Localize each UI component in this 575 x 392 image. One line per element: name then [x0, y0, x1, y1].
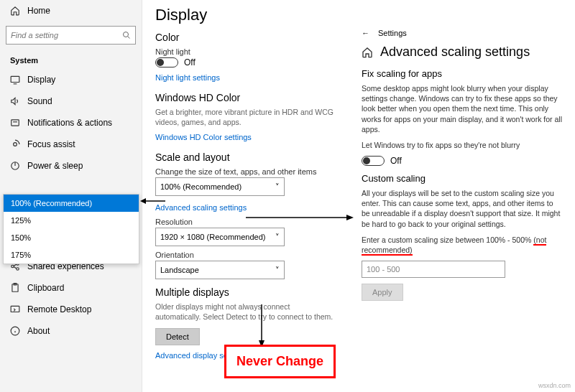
fix-apps-state: Off	[390, 156, 402, 166]
orientation-select[interactable]: Landscape ˅	[155, 261, 285, 279]
clipboard-icon	[10, 283, 20, 293]
detect-button[interactable]: Detect	[155, 328, 200, 345]
about-icon	[10, 326, 20, 336]
display-icon	[10, 75, 20, 85]
custom-scaling-label: Enter a custom scaling size between 100%…	[362, 235, 563, 255]
night-light-state: Off	[184, 57, 196, 67]
advanced-scaling-link[interactable]: Advanced scaling settings	[155, 203, 247, 212]
search-field[interactable]	[11, 31, 111, 39]
multiple-displays-desc: Older displays might not always connect …	[155, 302, 334, 322]
svg-line-14	[14, 267, 17, 269]
arrow-annotation-right	[246, 212, 354, 223]
multiple-displays-heading: Multiple displays	[155, 286, 334, 298]
svg-rect-5	[12, 120, 19, 126]
apply-button[interactable]: Apply	[362, 284, 403, 301]
svg-rect-2	[11, 76, 19, 82]
nav-remote-desktop[interactable]: Remote Desktop	[0, 299, 142, 320]
svg-marker-4	[12, 98, 15, 104]
never-change-annotation: Never Change	[224, 345, 336, 378]
svg-point-12	[17, 268, 19, 271]
search-icon	[122, 31, 131, 39]
scale-layout-heading: Scale and layout	[155, 151, 334, 163]
nav-display[interactable]: Display	[0, 69, 142, 90]
svg-line-1	[128, 37, 130, 39]
display-settings-panel: Display Color Night light Off Night ligh…	[142, 0, 344, 392]
scale-option-125[interactable]: 125%	[4, 212, 139, 229]
power-icon	[10, 161, 20, 171]
notifications-icon	[10, 118, 20, 128]
chevron-down-icon: ˅	[275, 266, 280, 275]
nav-home[interactable]: Home	[0, 0, 142, 22]
night-light-settings-link[interactable]: Night light settings	[155, 73, 220, 82]
section-system-label: System	[0, 49, 142, 69]
svg-point-10	[12, 265, 14, 268]
focus-icon	[10, 139, 20, 149]
svg-point-0	[124, 32, 129, 37]
fix-toggle-label: Let Windows try to fix apps so they're n…	[362, 140, 563, 150]
nav-clipboard[interactable]: Clipboard	[0, 277, 142, 299]
nav-focus-assist[interactable]: Focus assist	[0, 134, 142, 155]
custom-scaling-desc: All your displays will be set to the cus…	[362, 188, 563, 229]
search-input[interactable]	[6, 26, 136, 45]
home-icon	[10, 6, 20, 16]
fix-scaling-desc: Some desktop apps might look blurry when…	[362, 83, 563, 134]
sound-icon	[10, 96, 20, 106]
arrow-annotation-left	[140, 195, 165, 207]
fix-apps-toggle[interactable]	[362, 156, 385, 166]
scale-select[interactable]: 100% (Recommended) ˅	[155, 177, 285, 196]
home-label: Home	[27, 6, 50, 16]
hd-color-settings-link[interactable]: Windows HD Color settings	[155, 133, 252, 141]
custom-scaling-heading: Custom scaling	[362, 173, 563, 184]
advanced-scaling-title: Advanced scaling settings	[380, 45, 530, 60]
nav-sound[interactable]: Sound	[0, 90, 142, 112]
svg-rect-17	[11, 306, 19, 312]
chevron-down-icon: ˅	[275, 233, 280, 242]
watermark: wsxdn.com	[538, 382, 571, 389]
scale-option-150[interactable]: 150%	[4, 229, 139, 246]
fix-scaling-heading: Fix scaling for apps	[362, 68, 563, 79]
scale-dropdown-popup[interactable]: 100% (Recommended) 125% 150% 175%	[3, 194, 139, 264]
chevron-down-icon: ˅	[275, 182, 280, 192]
night-light-toggle[interactable]	[155, 57, 178, 67]
scale-option-100[interactable]: 100% (Recommended)	[4, 195, 139, 212]
remote-icon	[10, 304, 20, 314]
arrow-annotation-down	[256, 304, 267, 347]
advanced-scaling-panel: ← Settings Advanced scaling settings Fix…	[356, 26, 569, 378]
orientation-label: Orientation	[155, 251, 334, 259]
resolution-select[interactable]: 1920 × 1080 (Recommended) ˅	[155, 228, 285, 246]
settings-breadcrumb[interactable]: Settings	[378, 29, 407, 37]
hd-color-desc: Get a brighter, more vibrant picture in …	[155, 108, 334, 127]
svg-point-7	[14, 143, 17, 146]
svg-marker-24	[346, 215, 354, 220]
hd-color-heading: Windows HD Color	[155, 92, 334, 103]
svg-line-13	[14, 264, 17, 266]
nav-power-sleep[interactable]: Power & sleep	[0, 155, 142, 177]
svg-marker-22	[140, 198, 146, 204]
night-light-label: Night light	[155, 47, 334, 56]
scale-label: Change the size of text, apps, and other…	[155, 167, 334, 176]
back-arrow-icon[interactable]: ←	[362, 29, 369, 37]
nav-about[interactable]: About	[0, 320, 142, 342]
custom-scaling-input[interactable]: 100 - 500	[362, 261, 505, 278]
nav-notifications[interactable]: Notifications & actions	[0, 112, 142, 134]
color-heading: Color	[155, 32, 334, 43]
page-title: Display	[155, 6, 334, 24]
scale-option-175[interactable]: 175%	[4, 246, 139, 263]
home-icon[interactable]	[362, 47, 373, 58]
